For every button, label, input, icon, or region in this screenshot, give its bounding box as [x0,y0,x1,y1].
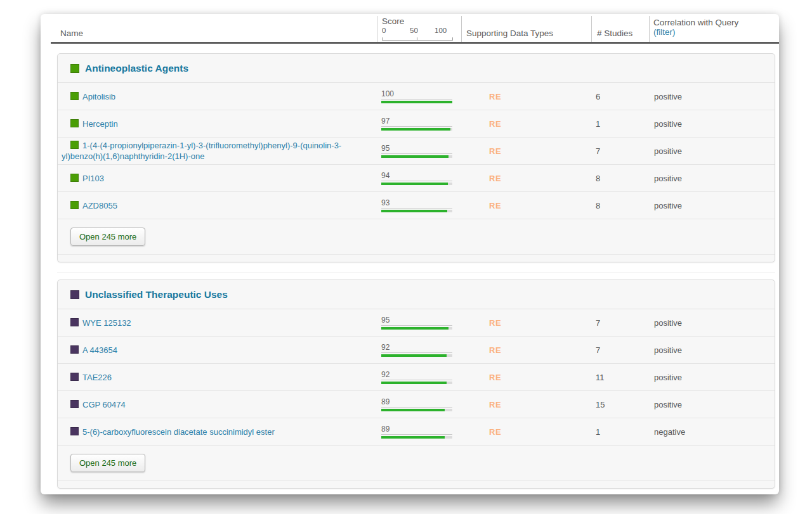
row-marker-icon [70,345,79,354]
score-bar-track [381,155,452,158]
row-name-link[interactable]: AZD8055 [82,201,117,210]
panel-footer [58,254,775,262]
score-bar-fill [381,101,452,103]
row-marker-icon [70,141,79,149]
row-name-cell: Apitolisib [62,89,381,105]
row-data-types-cell: RE [462,145,592,157]
data-type-badge-re[interactable]: RE [489,174,501,183]
score-bar-fill [381,436,445,439]
data-type-badge-re[interactable]: RE [489,92,501,101]
results-card: Name Score 0 50 100 Supporting Data Type… [41,14,779,494]
row-name-link[interactable]: WYE 125132 [82,318,131,328]
row-correlation-value: positive [650,146,775,156]
score-bar-track [381,183,452,185]
data-type-badge-re[interactable]: RE [489,201,501,210]
category-title-link[interactable]: Antineoplastic Agents [85,63,188,74]
score-bar-track [381,382,452,384]
column-header-supporting-data-types: Supporting Data Types [466,29,553,38]
row-marker-icon [70,427,79,435]
category-marker-icon [70,64,79,73]
row-marker-icon [70,119,79,127]
score-bar-fill [381,128,450,131]
row-name-link[interactable]: TAE226 [82,373,112,382]
score-bar-track [381,101,452,103]
data-type-badge-re[interactable]: RE [489,427,501,437]
row-name-link[interactable]: A 443654 [82,345,117,355]
row-name-link[interactable]: Herceptin [82,119,118,129]
row-name-cell: CGP 60474 [62,397,381,413]
score-scale-tick [382,37,383,41]
category-header: Unclassified Therapeutic Uses [58,280,775,309]
row-name-link[interactable]: 1-(4-(4-propionylpiperazin-1-yl)-3-(trif… [62,141,341,161]
row-data-types-cell: RE [462,426,592,437]
row-name-cell: AZD8055 [62,198,381,214]
panel-divider [57,273,775,273]
row-name-cell: A 443654 [62,342,381,358]
row-marker-icon [70,373,79,381]
score-scale-label-0: 0 [382,27,386,34]
score-value: 92 [381,343,452,353]
score-scale-label-50: 50 [410,27,418,34]
column-divider [591,16,592,42]
score-scale-axis [382,40,453,41]
score-value: 93 [381,198,452,209]
score-bar-track [381,128,452,131]
row-score-cell: 97 [381,117,462,131]
groups-container: Antineoplastic AgentsApitolisib100RE6pos… [41,53,779,489]
score-value: 100 [381,89,452,100]
row-score-cell: 100 [381,89,462,103]
row-name-link[interactable]: PI103 [82,174,104,183]
score-value: 89 [381,425,452,435]
row-data-types-cell: RE [462,399,592,410]
category-header: Antineoplastic Agents [58,54,775,83]
row-score-cell: 95 [381,144,462,158]
score-bar-fill [381,354,447,357]
category-title-link[interactable]: Unclassified Therapeutic Uses [85,289,228,300]
column-divider [649,16,650,42]
data-type-badge-re[interactable]: RE [489,373,501,382]
row-correlation-value: positive [650,400,775,409]
row-data-types-cell: RE [462,172,592,184]
row-correlation-value: positive [650,201,775,210]
row-correlation-value: negative [650,427,775,437]
row-studies-count: 8 [592,174,650,183]
row-marker-icon [70,400,79,408]
open-more-row: Open 245 more [58,219,775,254]
score-scale-tick [452,37,453,41]
score-bar-fill [381,155,449,158]
row-name-link[interactable]: CGP 60474 [82,400,126,409]
open-more-button[interactable]: Open 245 more [70,454,145,472]
row-name-cell: WYE 125132 [62,315,381,331]
row-name-link[interactable]: 5-(6)-carboxyfluorescein diacetate succi… [82,427,275,437]
category-panel: Unclassified Therapeutic UsesWYE 1251329… [57,279,775,489]
row-name-link[interactable]: Apitolisib [82,92,115,101]
row-studies-count: 15 [592,400,650,409]
score-bar-track [381,354,452,357]
table-row: 1-(4-(4-propionylpiperazin-1-yl)-3-(trif… [58,137,775,164]
panel-footer [58,480,775,488]
data-type-badge-re[interactable]: RE [489,318,501,328]
table-row: AZD805593RE8positive [58,191,775,219]
row-data-types-cell: RE [462,371,592,383]
filter-link[interactable]: (filter) [653,27,676,37]
data-type-badge-re[interactable]: RE [489,345,501,355]
table-row: 5-(6)-carboxyfluorescein diacetate succi… [58,418,775,445]
open-more-button[interactable]: Open 245 more [70,228,145,246]
table-row: Herceptin97RE1positive [58,110,775,137]
score-bar-fill [381,382,447,384]
row-data-types-cell: RE [462,118,592,129]
score-value: 95 [381,316,452,326]
row-studies-count: 1 [592,427,650,437]
data-type-badge-re[interactable]: RE [489,146,501,156]
row-name-cell: 5-(6)-carboxyfluorescein diacetate succi… [62,424,381,440]
column-header-score: Score [382,16,404,26]
data-type-badge-re[interactable]: RE [489,400,501,409]
column-header-studies: # Studies [597,29,632,38]
category-marker-icon [70,290,79,299]
row-score-cell: 92 [381,370,462,384]
row-correlation-value: positive [650,345,775,355]
data-type-badge-re[interactable]: RE [489,119,501,129]
row-studies-count: 1 [592,119,650,129]
row-data-types-cell: RE [462,344,592,356]
score-value: 89 [381,397,452,408]
